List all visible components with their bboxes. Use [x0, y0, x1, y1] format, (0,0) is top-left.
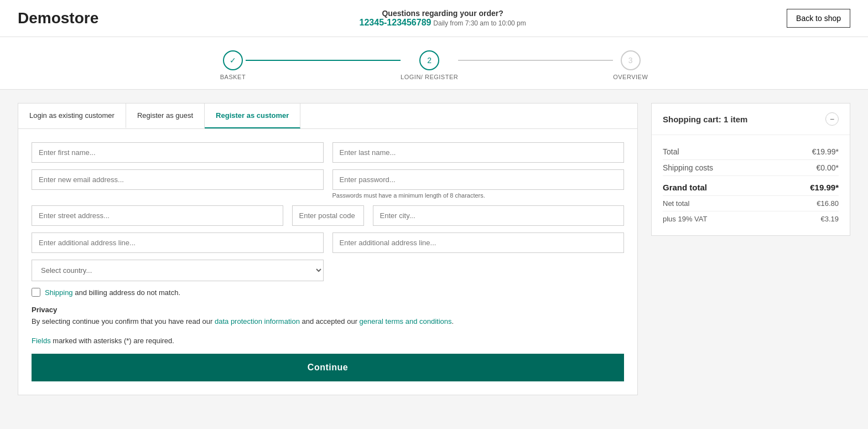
back-to-shop-button[interactable]: Back to shop [787, 9, 850, 28]
cart-title: Shopping cart: 1 item [663, 115, 747, 124]
data-protection-link[interactable]: data protection information [215, 317, 300, 325]
logo-bold: Demo [18, 9, 61, 27]
step-basket: ✓ BASKET [220, 50, 246, 80]
cart-toggle-button[interactable]: − [825, 112, 839, 126]
email-field [32, 169, 324, 199]
cart-net-total-value: €16.80 [817, 199, 839, 208]
additional2-field [332, 232, 625, 253]
cart-vat-value: €3.19 [820, 215, 839, 223]
cart-summary: Shopping cart: 1 item − Total €19.99* Sh… [651, 103, 850, 236]
cart-shipping-value: €0.00* [817, 163, 839, 172]
contact-phone[interactable]: 12345-123456789 [360, 18, 432, 27]
contact-hours: Daily from 7:30 am to 10:00 pm [433, 19, 526, 27]
tab-login[interactable]: Login as existing customer [18, 104, 126, 128]
auth-tabs: Login as existing customer Register as g… [18, 104, 637, 129]
cart-grand-total-value: €19.99* [810, 183, 839, 192]
password-field: Passwords must have a minimum length of … [332, 169, 625, 199]
privacy-text-before: By selecting continue you confirm that y… [32, 317, 215, 325]
step-basket-circle: ✓ [223, 50, 243, 70]
cart-total-value: €19.99* [812, 147, 839, 156]
continue-button[interactable]: Continue [32, 354, 624, 381]
tab-register[interactable]: Register as customer [205, 104, 300, 128]
step-overview: 3 OVERVIEW [613, 50, 648, 80]
country-select[interactable]: Select country... [32, 260, 324, 281]
shipping-billing-text: and billing address do not match. [73, 288, 180, 297]
shipping-billing-checkbox[interactable] [32, 288, 40, 297]
shipping-link[interactable]: Shipping [45, 288, 73, 297]
cart-total-label: Total [663, 147, 679, 156]
form-body: Passwords must have a minimum length of … [18, 129, 637, 395]
last-name-input[interactable] [332, 142, 625, 163]
cart-body: Total €19.99* Shipping costs €0.00* Gran… [652, 135, 850, 235]
checkout-stepper: ✓ BASKET 2 LOGIN/ REGISTER 3 OVERVIEW [0, 37, 868, 90]
step-overview-label: OVERVIEW [613, 74, 648, 80]
privacy-text-middle: and accepted our [300, 317, 360, 325]
step-overview-number: 3 [628, 56, 633, 65]
name-row [32, 142, 624, 163]
password-hint: Passwords must have a minimum length of … [332, 192, 625, 199]
street-field [32, 205, 283, 226]
cart-shipping-label: Shipping costs [663, 163, 713, 172]
city-input[interactable] [373, 205, 625, 226]
step-login-register: 2 LOGIN/ REGISTER [401, 50, 458, 80]
step-overview-circle: 3 [621, 50, 641, 70]
country-row: Select country... [32, 260, 624, 281]
password-input[interactable] [332, 169, 625, 190]
required-note: Fields marked with asterisks (*) are req… [32, 337, 624, 345]
step-container: ✓ BASKET 2 LOGIN/ REGISTER 3 OVERVIEW [220, 50, 648, 80]
cart-net-total-row: Net total €16.80 [663, 196, 839, 211]
main-content: Login as existing customer Register as g… [0, 90, 868, 409]
privacy-section: Privacy By selecting continue you confir… [32, 306, 624, 328]
cart-vat-label: plus 19% VAT [663, 215, 707, 223]
street-input[interactable] [32, 205, 283, 226]
step-line-1 [246, 60, 401, 61]
tab-guest[interactable]: Register as guest [126, 104, 205, 128]
additional1-input[interactable] [32, 232, 324, 253]
cart-vat-row: plus 19% VAT €3.19 [663, 211, 839, 226]
cart-shipping-row: Shipping costs €0.00* [663, 160, 839, 176]
terms-link[interactable]: general terms and conditions [360, 317, 452, 325]
email-password-row: Passwords must have a minimum length of … [32, 169, 624, 199]
logo: Demostore [18, 9, 98, 27]
cart-grand-total-row: Grand total €19.99* [663, 176, 839, 196]
privacy-text-after: . [452, 317, 454, 325]
privacy-title: Privacy [32, 306, 624, 314]
city-field [373, 205, 625, 226]
contact-label: Questions regarding your order? [360, 9, 526, 18]
last-name-field [332, 142, 625, 163]
cart-total-row: Total €19.99* [663, 144, 839, 160]
cart-net-total-label: Net total [663, 199, 689, 208]
postal-code-field [292, 205, 364, 226]
additional2-input[interactable] [332, 232, 625, 253]
privacy-text: By selecting continue you confirm that y… [32, 316, 624, 328]
contact-info: Questions regarding your order? 12345-12… [360, 9, 526, 28]
header: Demostore Questions regarding your order… [0, 0, 868, 37]
postal-code-input[interactable] [292, 205, 364, 226]
cart-grand-total-label: Grand total [663, 183, 707, 192]
step-line-2 [458, 60, 613, 61]
step-login-number: 2 [427, 56, 432, 65]
additional1-field [32, 232, 324, 253]
first-name-field [32, 142, 324, 163]
cart-header: Shopping cart: 1 item − [652, 104, 850, 135]
required-note-text: marked with asterisks (*) are required. [51, 337, 174, 345]
country-field: Select country... [32, 260, 324, 281]
email-input[interactable] [32, 169, 324, 190]
step-login-label: LOGIN/ REGISTER [401, 74, 458, 80]
logo-regular: store [61, 9, 98, 27]
additional-address-row [32, 232, 624, 253]
first-name-input[interactable] [32, 142, 324, 163]
shipping-billing-row: Shipping and billing address do not matc… [32, 288, 624, 297]
shipping-billing-label[interactable]: Shipping and billing address do not matc… [45, 288, 180, 297]
registration-form-section: Login as existing customer Register as g… [18, 103, 638, 395]
fields-link[interactable]: Fields [32, 337, 51, 345]
step-login-circle: 2 [419, 50, 439, 70]
step-basket-label: BASKET [220, 74, 246, 80]
address-row [32, 205, 624, 226]
